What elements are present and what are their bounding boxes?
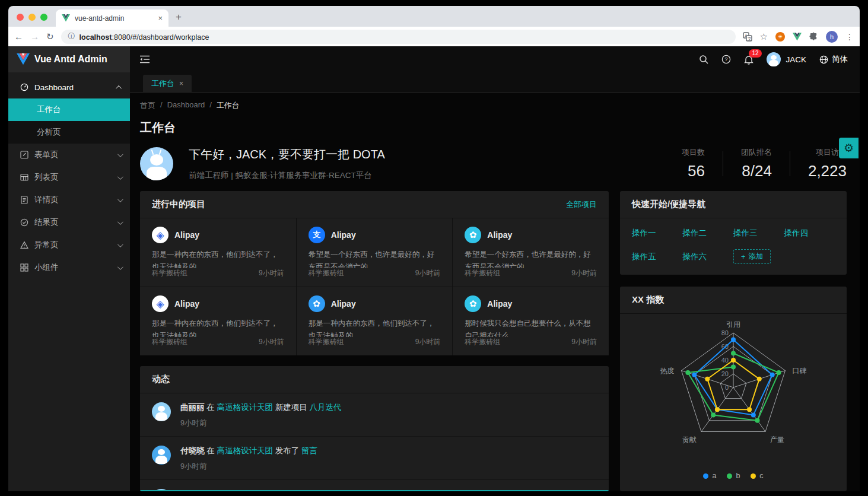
sidebar-item-exception[interactable]: 异常页 xyxy=(8,234,130,256)
language-switcher[interactable]: 简体 xyxy=(819,54,848,65)
url-bar[interactable]: ⓘ localhost:8080/#/dashboard/workplace xyxy=(61,30,736,44)
quicknav-link[interactable]: 操作五 xyxy=(632,252,683,262)
profile-icon xyxy=(20,196,28,204)
app-logo[interactable]: Vue Antd Admin xyxy=(8,46,130,72)
radar-chart: 020406080引用口碑产量贡献热度 xyxy=(621,314,846,469)
sidebar-item-detail[interactable]: 详情页 xyxy=(8,189,130,211)
chart-legend: a b c xyxy=(703,472,763,480)
legend-item[interactable]: c xyxy=(751,472,763,480)
extension-orange-icon[interactable]: ✳ xyxy=(775,32,785,42)
warning-icon xyxy=(20,241,28,249)
quicknav-link[interactable]: 操作六 xyxy=(683,252,734,262)
app-title: Vue Antd Admin xyxy=(34,54,107,65)
sidebar-item-workplace[interactable]: 工作台 xyxy=(8,98,130,121)
tab-workplace[interactable]: 工作台 × xyxy=(143,75,192,92)
sidebar-item-analysis[interactable]: 分析页 xyxy=(8,121,130,144)
back-icon[interactable]: ← xyxy=(14,31,23,42)
sidebar-item-label: 表单页 xyxy=(34,150,112,160)
language-label: 简体 xyxy=(832,54,848,65)
table-icon xyxy=(20,173,28,182)
maximize-window-button[interactable] xyxy=(40,14,47,21)
quicknav-link[interactable]: 操作二 xyxy=(683,228,734,239)
avatar xyxy=(140,147,173,180)
activity-target-link[interactable]: 留言 xyxy=(301,446,317,455)
breadcrumb-home[interactable]: 首页 xyxy=(140,100,155,111)
user-avatar xyxy=(767,52,781,66)
svg-text:引用: 引用 xyxy=(726,320,740,329)
browser-tab-title: vue-antd-admin xyxy=(75,14,153,23)
add-button[interactable]: +添加 xyxy=(733,249,771,264)
svg-text:热度: 热度 xyxy=(660,367,675,375)
site-info-icon[interactable]: ⓘ xyxy=(68,31,75,42)
browser-profile-avatar[interactable]: h xyxy=(826,31,838,43)
search-icon[interactable] xyxy=(699,55,708,64)
activity-target-link[interactable]: 八月迭代 xyxy=(310,403,342,412)
svg-text:口碑: 口碑 xyxy=(792,367,806,375)
quicknav-link[interactable]: 操作一 xyxy=(632,228,683,239)
stat-rank: 团队排名8/24 xyxy=(723,147,790,180)
vue-devtools-icon[interactable] xyxy=(793,33,802,41)
avatar xyxy=(152,446,171,465)
chevron-down-icon xyxy=(117,264,123,270)
chevron-down-icon xyxy=(117,196,123,202)
activity-user[interactable]: 曲丽丽 xyxy=(180,403,205,412)
settings-button[interactable]: ⚙ xyxy=(839,138,859,158)
extensions-puzzle-icon[interactable] xyxy=(809,32,818,41)
project-group[interactable]: 科学搬砖组 xyxy=(309,337,344,347)
project-card[interactable]: ✿Alipay 希望是一个好东西，也许是最好的，好东西是不会消亡的 科学搬砖组9… xyxy=(453,218,609,287)
project-group[interactable]: 科学搬砖组 xyxy=(309,268,344,278)
sidebar-item-list[interactable]: 列表页 xyxy=(8,166,130,189)
svg-text:文: 文 xyxy=(748,36,752,40)
close-window-button[interactable] xyxy=(17,14,24,21)
quicknav-link[interactable]: 操作三 xyxy=(733,228,784,239)
legend-item[interactable]: b xyxy=(727,472,740,480)
quicknav-link[interactable]: 操作四 xyxy=(784,228,835,239)
project-card[interactable]: ◈Alipay 那是一种内在的东西，他们到达不了，也无法触及的 科学搬砖组9小时… xyxy=(140,218,296,287)
project-group[interactable]: 科学搬砖组 xyxy=(152,268,187,278)
translate-icon[interactable]: A 文 xyxy=(743,32,752,42)
project-group[interactable]: 科学搬砖组 xyxy=(465,268,500,278)
project-group[interactable]: 科学搬砖组 xyxy=(465,337,500,347)
browser-tab[interactable]: vue-antd-admin × xyxy=(56,9,168,27)
all-projects-link[interactable]: 全部项目 xyxy=(566,199,597,210)
projects-title: 进行中的项目 xyxy=(152,199,566,210)
legend-item[interactable]: a xyxy=(703,472,716,480)
activity-team-link[interactable]: 高逼格设计天团 xyxy=(217,446,274,455)
project-time: 9小时前 xyxy=(571,268,597,278)
new-tab-button[interactable]: + xyxy=(168,11,189,27)
sidebar-item-label: Dashboard xyxy=(34,83,112,92)
sidebar-item-form[interactable]: 表单页 xyxy=(8,144,130,166)
project-card[interactable]: 支Alipay 希望是一个好东西，也许是最好的，好东西是不会消亡的 科学搬砖组9… xyxy=(297,218,453,287)
help-icon[interactable]: ? xyxy=(721,55,731,64)
tab-close-icon[interactable]: × xyxy=(179,80,183,88)
project-group[interactable]: 科学搬砖组 xyxy=(152,337,187,347)
sidebar-item-dashboard[interactable]: Dashboard xyxy=(8,76,130,98)
chart-title: XX 指数 xyxy=(632,294,835,306)
svg-text:产量: 产量 xyxy=(770,435,784,444)
quicknav-title: 快速开始/便捷导航 xyxy=(632,199,835,210)
activity-team-link[interactable]: 高逼格设计天团 xyxy=(217,403,274,412)
project-card[interactable]: ✿Alipay 那是一种内在的东西，他们到达不了，也无法触及的 科学搬砖组9小时… xyxy=(297,287,453,355)
project-card[interactable]: ◈Alipay 那是一种内在的东西，他们到达不了，也无法触及的 科学搬砖组9小时… xyxy=(140,287,296,355)
divider xyxy=(140,490,609,491)
greeting-subtitle: 前端工程师 | 蚂蚁金服-计算服务事业群-REACT平台 xyxy=(189,170,385,181)
project-card[interactable]: ✿Alipay 那时候我只会想自己想要什么，从不想自己拥有什么 科学搬砖组9小时… xyxy=(453,287,609,355)
sidebar-item-widgets[interactable]: 小组件 xyxy=(8,256,130,279)
notification-bell-icon[interactable]: 12 xyxy=(744,55,753,65)
browser-menu-icon[interactable]: ⋮ xyxy=(845,32,854,42)
bookmark-star-icon[interactable]: ☆ xyxy=(760,31,768,42)
page-tabs: 工作台 × xyxy=(130,72,860,93)
breadcrumb-dashboard[interactable]: Dashboard xyxy=(167,100,205,111)
minimize-window-button[interactable] xyxy=(28,14,36,21)
flower-cyan-logo-icon: ✿ xyxy=(465,295,481,312)
projects-grid: ◈Alipay 那是一种内在的东西，他们到达不了，也无法触及的 科学搬砖组9小时… xyxy=(140,218,609,355)
flower-blue-logo-icon: ✿ xyxy=(309,295,325,312)
sidebar-item-result[interactable]: 结果页 xyxy=(8,211,130,234)
activity-user[interactable]: 付晓晓 xyxy=(180,446,205,455)
dashboard-icon xyxy=(20,83,28,91)
user-menu[interactable]: JACK xyxy=(767,52,806,66)
reload-icon[interactable]: ↻ xyxy=(46,31,54,42)
globe-icon xyxy=(819,55,828,64)
menu-fold-icon[interactable] xyxy=(139,55,150,64)
tab-close-icon[interactable]: × xyxy=(158,14,163,23)
